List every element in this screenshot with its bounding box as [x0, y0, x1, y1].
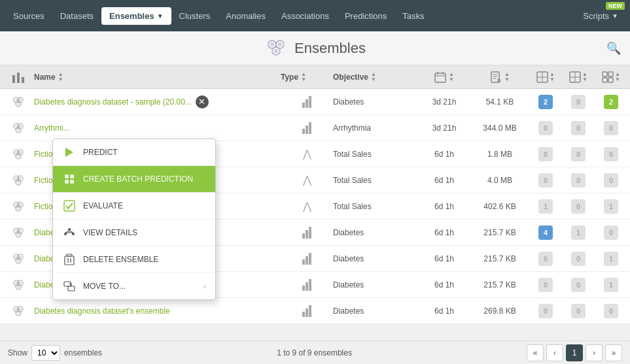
sort-arrows-size[interactable]: ▲▼ — [504, 72, 510, 82]
nav-clusters[interactable]: Clusters — [171, 7, 219, 25]
nav-sources[interactable]: Sources — [5, 7, 52, 25]
context-menu-item[interactable]: VIEW DETAILS — [53, 220, 215, 246]
badge-b1: 0 — [538, 252, 553, 266]
sort-arrows-date[interactable]: ▲▼ — [449, 72, 454, 82]
last-page-button[interactable]: » — [605, 344, 622, 361]
row-objective: Total Sales — [333, 150, 418, 159]
svg-point-61 — [15, 151, 18, 154]
sort-arrows-name[interactable]: ▲▼ — [58, 72, 63, 82]
sort-arrows-col2[interactable]: ▲▼ — [582, 72, 587, 82]
svg-point-97 — [15, 308, 18, 310]
row-type-icon — [281, 227, 333, 239]
svg-point-86 — [19, 256, 22, 258]
row-size: 344.0 MB — [470, 124, 529, 133]
svg-point-80 — [19, 229, 22, 232]
badge-b2: 0 — [571, 95, 586, 109]
row-size: 4.0 MB — [470, 176, 529, 185]
badge-b1: 0 — [538, 147, 553, 161]
row-badge-b1: 0 — [529, 252, 562, 266]
row-badge-b2: 0 — [562, 252, 595, 266]
badge-b3: 2 — [604, 95, 618, 109]
context-menu-item[interactable]: CREATE BATCH PREDICTION — [53, 166, 215, 193]
svg-point-42 — [72, 233, 75, 235]
next-page-button[interactable]: › — [586, 344, 603, 361]
prev-page-button[interactable]: ‹ — [546, 344, 563, 361]
predict-icon — [62, 145, 77, 159]
row-badge-b1: 0 — [529, 278, 562, 292]
svg-rect-47 — [65, 256, 74, 265]
nav-anomalies[interactable]: Anomalies — [218, 7, 273, 25]
row-badge-b2: 0 — [562, 278, 595, 292]
badge-b3: 1 — [604, 252, 618, 266]
sort-arrows-type[interactable]: ▲▼ — [301, 72, 306, 82]
sort-arrows-col3[interactable]: ▲▼ — [615, 72, 620, 82]
badge-b1: 2 — [538, 95, 553, 109]
svg-point-91 — [15, 282, 18, 284]
row-badge-b3: 1 — [595, 199, 627, 214]
current-page[interactable]: 1 — [566, 344, 583, 361]
badge-b3: 0 — [604, 147, 618, 161]
row-size: 1.8 MB — [470, 150, 529, 159]
nav-associations[interactable]: Associations — [273, 7, 337, 25]
svg-point-67 — [15, 177, 18, 180]
badge-b3: 0 — [604, 121, 618, 135]
ensembles-icon — [264, 37, 288, 60]
context-menu-item[interactable]: EVALUATE — [53, 193, 215, 220]
nav-tasks[interactable]: Tasks — [394, 7, 432, 25]
anomaly-icon: ⋀ — [303, 148, 311, 160]
row-name[interactable]: Diabetes diagnosis dataset - sample (20.… — [34, 95, 281, 108]
context-menu-item[interactable]: PREDICT — [53, 139, 215, 166]
badge-b2: 0 — [571, 278, 586, 292]
row-badge-b2: 0 — [562, 304, 595, 318]
row-size: 215.7 KB — [470, 280, 529, 290]
svg-point-81 — [17, 233, 20, 236]
row-badge-b3: 0 — [595, 173, 627, 188]
row-name[interactable]: Arrythmi... — [34, 124, 281, 133]
nav-scripts[interactable]: NEW Scripts ▼ — [576, 7, 625, 25]
badge-b3: 0 — [604, 225, 618, 240]
context-menu-item[interactable]: MOVE TO... › — [53, 273, 215, 299]
row-date: 6d 1h — [418, 306, 470, 316]
sort-arrows-col1[interactable]: ▲▼ — [550, 72, 555, 82]
svg-point-79 — [15, 229, 18, 232]
row-name[interactable]: Diabetes diagnosis dataset's ensemble — [34, 306, 281, 316]
svg-rect-27 — [608, 78, 613, 82]
pagination-info: 1 to 9 of 9 ensembles — [102, 348, 527, 357]
close-menu-button[interactable]: ✕ — [196, 95, 209, 108]
row-badge-b2: 0 — [562, 121, 595, 135]
svg-text:B: B — [497, 78, 501, 83]
anomaly-icon: ⋀ — [303, 174, 311, 186]
th-name: Name ▲▼ — [34, 72, 281, 82]
bar-chart-icon — [302, 122, 311, 134]
row-badge-b1: 2 — [529, 95, 562, 109]
row-date: 6d 1h — [418, 176, 470, 185]
nav-predictions[interactable]: Predictions — [337, 7, 394, 25]
table-header: Name ▲▼ Type ▲▼ Objective ▲▼ ▲▼ B ▲▼ ▲▼ … — [0, 65, 630, 89]
row-objective: Diabetes — [333, 97, 418, 107]
sort-arrows-objective[interactable]: ▲▼ — [371, 72, 376, 82]
row-size: 269.8 KB — [470, 306, 529, 316]
search-button[interactable]: 🔍 — [606, 41, 621, 56]
svg-rect-39 — [64, 201, 75, 211]
row-objective: Diabetes — [333, 280, 418, 290]
nav-datasets[interactable]: Datasets — [52, 7, 101, 25]
svg-rect-9 — [435, 73, 446, 82]
svg-point-69 — [17, 181, 20, 184]
evaluate-icon — [62, 199, 77, 213]
row-badge-b3: 1 — [595, 278, 627, 292]
th-col2: ▲▼ — [562, 71, 595, 83]
svg-rect-37 — [65, 180, 69, 184]
row-badge-b2: 0 — [562, 173, 595, 188]
show-select[interactable]: 10 25 50 — [31, 345, 60, 361]
pagination-controls: « ‹ 1 › » — [527, 344, 622, 361]
svg-point-98 — [19, 308, 22, 310]
move-icon — [62, 279, 77, 293]
nav-ensembles[interactable]: Ensembles ▼ — [101, 7, 171, 25]
row-type-icon — [281, 279, 333, 291]
context-menu: PREDICT CREATE BATCH PREDICTION EVALUATE… — [52, 139, 216, 300]
first-page-button[interactable]: « — [527, 344, 544, 361]
top-nav: Sources Datasets Ensembles ▼ Clusters An… — [0, 0, 630, 31]
row-badge-b3: 0 — [595, 225, 627, 240]
badge-b3: 1 — [604, 278, 618, 292]
context-menu-item[interactable]: DELETE ENSEMBLE — [53, 246, 215, 273]
